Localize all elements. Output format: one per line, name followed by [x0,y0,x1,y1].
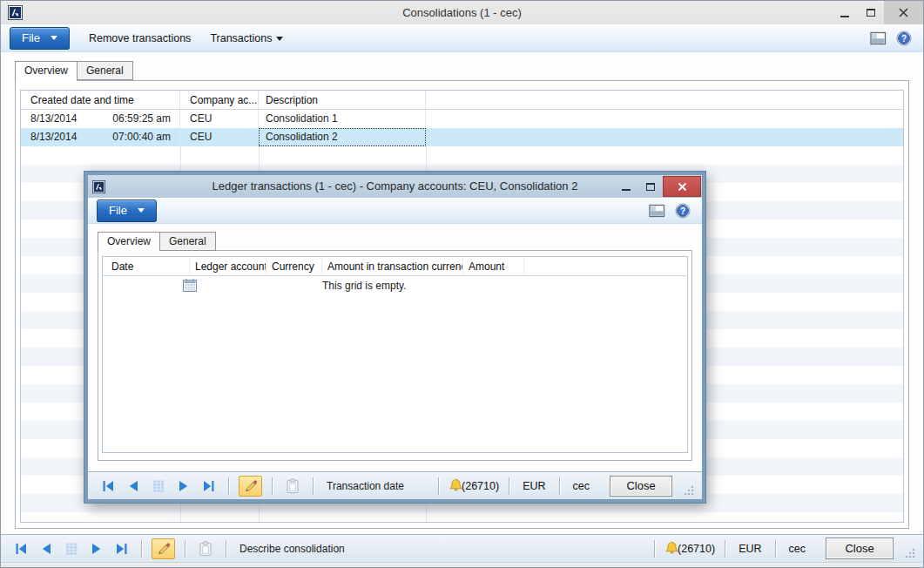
tab-overview[interactable]: Overview [15,61,77,81]
child-workspace: Overview General Date Ledger account Cur… [88,224,702,471]
pencil-icon [157,542,170,555]
company-indicator[interactable]: cec [570,480,593,492]
last-record-button[interactable] [199,477,219,496]
grid-view-button[interactable] [149,477,168,496]
cell-description: Consolidation 1 [259,110,426,128]
cell-description-focused: Consolidation 2 [259,128,426,146]
minimize-button[interactable] [614,176,637,197]
menu-item-remove-transactions[interactable]: Remove transactions [89,32,191,44]
file-menu-button[interactable]: File [97,199,157,222]
cell-company: CEU [180,128,259,146]
first-record-icon [101,480,115,492]
first-record-button[interactable] [11,539,30,558]
chevron-down-icon [51,36,57,40]
grid-empty-area [103,295,687,452]
column-header-ledger-account[interactable]: Ledger account [190,257,266,275]
help-icon[interactable]: ? [896,30,912,46]
last-record-icon [202,480,216,492]
ledger-transactions-grid: Date Ledger account Currency Amount in t… [102,256,688,453]
resize-grip[interactable] [684,485,695,497]
tab-general[interactable]: General [77,61,133,80]
next-record-button[interactable] [87,539,106,558]
column-header-company[interactable]: Company ac... [180,91,259,109]
alerts-indicator[interactable]: (26710) [664,541,715,556]
edit-record-button[interactable] [152,538,175,559]
separator [725,540,725,558]
minimize-icon [622,189,631,191]
previous-record-button[interactable] [124,477,143,496]
separator [226,540,226,558]
ledger-transactions-window: Ledger transactions (1 - cec) - Company … [84,172,705,503]
previous-record-icon [126,480,140,492]
grid-view-button[interactable] [62,539,81,558]
close-form-button[interactable]: Close [610,476,672,497]
grid-view-icon [65,543,78,555]
child-statusbar: Transaction date (26710) EUR cec Close [88,471,702,499]
separator [438,477,439,495]
resize-grip[interactable] [905,548,916,559]
alerts-indicator[interactable]: (26710) [449,478,499,493]
tab-general[interactable]: General [159,232,216,251]
separator [775,540,776,558]
maximize-button[interactable] [638,176,662,197]
close-form-button[interactable]: Close [826,538,894,559]
last-record-button[interactable] [112,539,132,558]
maximize-button[interactable] [858,1,884,24]
minimize-button[interactable] [832,1,858,24]
grid-empty-row: This grid is empty. [103,276,687,295]
separator [185,540,185,558]
overview-tabpage: Date Ledger account Currency Amount in t… [98,250,692,461]
close-window-button[interactable] [663,176,701,197]
attach-document-button[interactable] [282,476,303,497]
currency-indicator[interactable]: EUR [735,543,765,555]
file-menu-button[interactable]: File [10,27,70,50]
separator [228,477,229,495]
cell-time: 07:00:40 am [112,128,171,146]
layout-pane-icon[interactable] [649,204,665,218]
calendar-icon[interactable] [183,279,197,292]
svg-text:?: ? [680,206,685,215]
app-icon [92,180,105,193]
file-menu-label: File [22,31,40,44]
clipboard-icon [286,478,300,494]
window-bottom-frame [1,562,923,567]
close-window-button[interactable] [884,1,923,24]
help-icon[interactable]: ? [675,203,691,219]
column-header-currency[interactable]: Currency [266,257,322,275]
tab-overview[interactable]: Overview [98,232,159,252]
menu-item-transactions[interactable]: Transactions [210,32,283,44]
main-tabs: Overview General [15,61,133,80]
layout-pane-icon[interactable] [870,31,887,45]
next-record-button[interactable] [174,477,193,496]
column-header-date[interactable]: Date [103,257,190,275]
previous-record-button[interactable] [37,539,56,558]
column-header-created[interactable]: Created date and time [21,91,180,109]
separator [272,477,273,495]
separator [141,540,142,558]
main-menubar: File Remove transactions Transactions ? [1,24,923,52]
separator [654,540,655,558]
column-header-description[interactable]: Description [259,91,426,109]
next-record-icon [177,480,191,492]
table-row-selected[interactable]: 8/13/2014 07:00:40 am CEU Consolidation … [21,128,903,146]
main-window-title: Consolidations (1 - cec) [1,1,923,24]
attach-document-button[interactable] [195,538,216,559]
chevron-down-icon [138,208,145,213]
table-row[interactable]: 8/13/2014 06:59:25 am CEU Consolidation … [21,110,903,128]
file-menu-label: File [109,204,127,217]
maximize-icon [867,9,875,17]
edit-record-button[interactable] [239,476,262,497]
main-statusbar: Describe consolidation (26710) EUR cec C… [1,534,923,562]
first-record-button[interactable] [98,477,118,496]
separator [313,477,314,495]
column-header-amount[interactable]: Amount [463,257,524,275]
first-record-icon [14,543,28,555]
app-icon [8,5,23,20]
status-help-text: Describe consolidation [239,543,345,555]
column-header-amount-transaction[interactable]: Amount in transaction currency [322,257,463,275]
main-titlebar: Consolidations (1 - cec) [1,1,923,24]
company-indicator[interactable]: cec [786,543,809,555]
currency-indicator[interactable]: EUR [519,480,549,492]
cell-date: 8/13/2014 [30,128,77,146]
grid-view-icon [152,480,165,492]
